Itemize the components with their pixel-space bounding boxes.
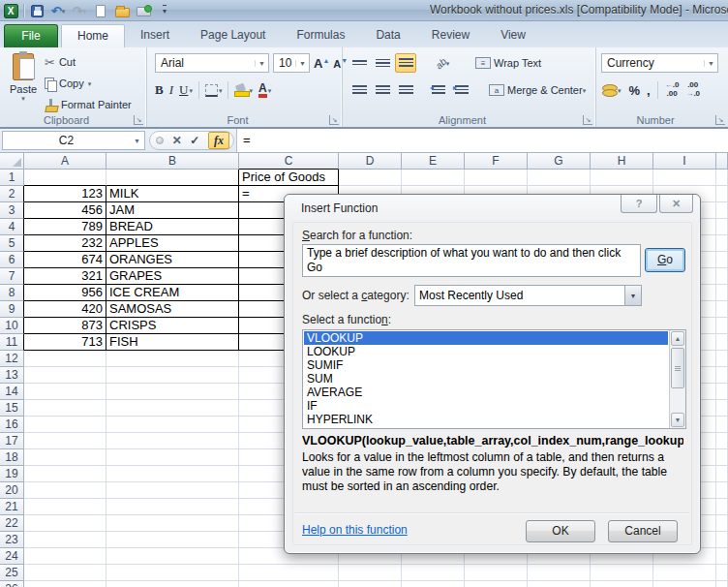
cell-a19[interactable] (24, 466, 106, 482)
column-header-f[interactable]: F (465, 153, 528, 170)
cell-a23[interactable] (24, 532, 106, 548)
cell-e1[interactable] (402, 170, 465, 186)
cell-partial-23[interactable] (716, 532, 728, 548)
cell-a25[interactable] (24, 565, 106, 581)
cell-b13[interactable] (106, 367, 239, 384)
align-right-button[interactable] (395, 80, 416, 100)
cell-b4[interactable]: BREAD (106, 219, 239, 235)
cell-b23[interactable] (106, 532, 239, 548)
paste-dropdown-icon[interactable]: ▾ (5, 95, 42, 102)
font-name-combo[interactable]: Arial ▼ (155, 53, 269, 73)
underline-button[interactable]: U▾ (179, 82, 193, 98)
cell-b10[interactable]: CRISPS (106, 318, 239, 334)
function-list-scrollbar[interactable]: ▲ ▼ (669, 330, 685, 428)
cell-b2[interactable]: MILK (106, 186, 239, 202)
align-center-button[interactable] (372, 80, 393, 100)
row-header-15[interactable]: 15 (0, 400, 24, 417)
cell-partial-1[interactable] (716, 170, 728, 186)
cell-partial-20[interactable] (716, 482, 728, 499)
cell-d1[interactable] (339, 170, 402, 186)
cell-b24[interactable] (106, 548, 239, 565)
cell-b3[interactable]: JAM (106, 202, 239, 219)
font-name-dropdown-icon[interactable]: ▼ (255, 60, 268, 67)
merge-center-button[interactable]: a Merge & Center ▾ (486, 80, 589, 100)
row-header-25[interactable]: 25 (0, 565, 24, 581)
row-header-10[interactable]: 10 (0, 318, 24, 334)
clipboard-dialog-launcher[interactable]: ↘ (134, 115, 143, 125)
cell-i26[interactable] (653, 581, 716, 587)
font-dialog-launcher[interactable]: ↘ (329, 115, 339, 125)
number-format-combo[interactable]: Currency ▼ (601, 53, 718, 73)
cell-b19[interactable] (106, 466, 239, 482)
dialog-close-icon[interactable]: ✕ (659, 195, 693, 213)
row-header-7[interactable]: 7 (0, 268, 24, 285)
cell-b21[interactable] (106, 499, 239, 515)
cell-b1[interactable] (106, 170, 239, 186)
format-painter-button[interactable]: Format Painter (45, 95, 132, 114)
cell-partial-9[interactable] (716, 301, 728, 318)
column-header-h[interactable]: H (591, 153, 653, 170)
tab-page-layout[interactable]: Page Layout (185, 24, 281, 47)
row-header-2[interactable]: 2 (0, 186, 24, 202)
cell-b12[interactable] (106, 351, 239, 367)
cell-b17[interactable] (106, 433, 239, 449)
cell-f25[interactable] (465, 565, 528, 581)
top-align-button[interactable] (349, 53, 370, 73)
alignment-dialog-launcher[interactable]: ↘ (583, 115, 592, 125)
cell-c1[interactable]: Price of Goods (239, 170, 339, 186)
middle-align-button[interactable] (372, 53, 393, 73)
cancel-entry-icon[interactable]: ✕ (172, 134, 182, 147)
row-header-13[interactable]: 13 (0, 367, 24, 384)
cell-b20[interactable] (106, 482, 239, 499)
cell-a15[interactable] (24, 400, 106, 417)
borders-dropdown-icon[interactable]: ▾ (219, 87, 223, 94)
column-header-g[interactable]: G (528, 153, 591, 170)
cell-a24[interactable] (24, 548, 106, 565)
cell-a11[interactable]: 713 (24, 334, 106, 351)
cell-b26[interactable] (106, 581, 239, 587)
name-box-dropdown-icon[interactable]: ▼ (130, 138, 144, 144)
column-header-a[interactable]: A (24, 153, 106, 170)
increase-decimal-button[interactable]: ←.0.00 (665, 81, 680, 99)
tab-view[interactable]: View (485, 24, 541, 47)
cell-c25[interactable] (239, 565, 339, 581)
cell-a22[interactable] (24, 515, 106, 532)
cell-partial-2[interactable] (716, 186, 728, 202)
cell-h25[interactable] (591, 565, 653, 581)
cell-partial-15[interactable] (716, 400, 728, 417)
row-header-3[interactable]: 3 (0, 202, 24, 219)
new-document-icon[interactable] (92, 2, 109, 19)
cell-b14[interactable] (106, 384, 239, 400)
row-header-19[interactable]: 19 (0, 466, 24, 482)
cell-h26[interactable] (591, 581, 653, 587)
cell-partial-16[interactable] (716, 417, 728, 433)
number-dialog-launcher[interactable]: ↘ (715, 115, 725, 125)
paste-button[interactable]: Paste ▾ (4, 50, 43, 122)
cell-partial-21[interactable] (716, 499, 728, 515)
wrap-text-button[interactable]: ≡ Wrap Text (472, 53, 544, 73)
font-size-dropdown-icon[interactable]: ▼ (295, 60, 309, 67)
column-header-c[interactable]: C (239, 153, 339, 170)
row-header-24[interactable]: 24 (0, 548, 24, 565)
search-function-input[interactable]: Type a brief description of what you wan… (302, 244, 641, 277)
cell-b8[interactable]: ICE CREAM (106, 285, 239, 301)
cell-partial-6[interactable] (716, 252, 728, 268)
cell-a2[interactable]: 123 (24, 186, 106, 202)
cell-a10[interactable]: 873 (24, 318, 106, 334)
column-header-partial[interactable] (716, 153, 728, 170)
cell-g25[interactable] (528, 565, 591, 581)
go-button[interactable]: Go (645, 248, 685, 272)
cell-a1[interactable] (24, 170, 106, 186)
cell-g26[interactable] (528, 581, 591, 587)
cell-partial-8[interactable] (716, 285, 728, 301)
cell-f26[interactable] (465, 581, 528, 587)
tab-insert[interactable]: Insert (125, 24, 185, 47)
decrease-decimal-button[interactable]: .00→.0 (685, 81, 700, 99)
accounting-dropdown-icon[interactable]: ▾ (618, 87, 622, 94)
tab-review[interactable]: Review (416, 24, 485, 47)
cell-b15[interactable] (106, 400, 239, 417)
bold-button[interactable]: B (155, 82, 164, 98)
cell-partial-22[interactable] (716, 515, 728, 532)
column-header-d[interactable]: D (339, 153, 402, 170)
scroll-up-icon[interactable]: ▲ (671, 331, 684, 346)
